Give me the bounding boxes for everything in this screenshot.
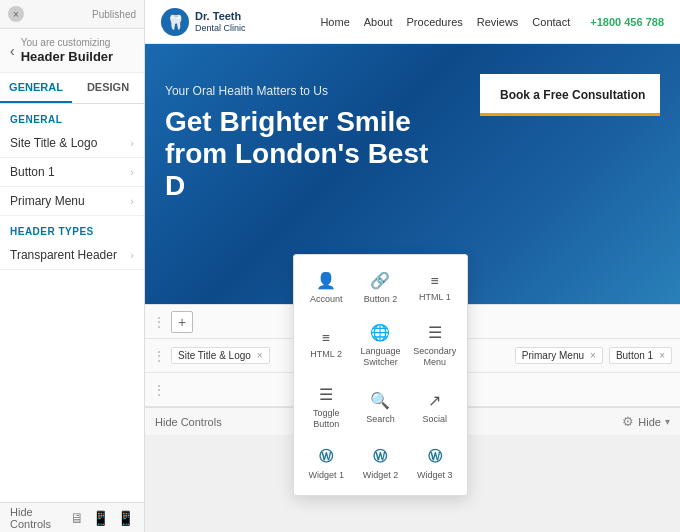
row3-drag-icon: ⋮ xyxy=(153,383,165,397)
tablet-icon[interactable]: 📱 xyxy=(92,510,109,526)
chevron-right-icon: › xyxy=(130,137,134,149)
widget-html2[interactable]: ≡ HTML 2 xyxy=(300,315,352,376)
chevron-right-icon: › xyxy=(130,166,134,178)
widget-html1[interactable]: ≡ HTML 1 xyxy=(409,263,461,313)
language-icon: 🌐 xyxy=(370,323,390,342)
row2-drag-icon: ⋮ xyxy=(153,349,165,363)
chip-primary-menu[interactable]: Primary Menu × xyxy=(515,347,603,364)
panel-item-transparent-header[interactable]: Transparent Header › xyxy=(0,241,144,270)
general-section-label: GENERAL xyxy=(0,104,144,129)
widget3-icon: Ⓦ xyxy=(428,448,442,466)
menu-icon: ☰ xyxy=(428,323,442,342)
builder-title: Header Builder xyxy=(21,49,113,64)
published-label: Published xyxy=(92,9,136,20)
cta-button[interactable]: Book a Free Consultation xyxy=(480,74,660,116)
desktop-icon[interactable]: 🖥 xyxy=(70,510,84,526)
widget-1[interactable]: Ⓦ Widget 1 xyxy=(300,440,352,489)
panel-top-bar: × Published xyxy=(0,0,144,29)
hero-title: Get Brighter Smile from London's Best D xyxy=(165,106,660,203)
site-logo: 🦷 Dr. Teeth Dental Clinic xyxy=(161,8,246,36)
site-navbar: 🦷 Dr. Teeth Dental Clinic Home About Pro… xyxy=(145,0,680,44)
left-panel: × Published ‹ You are customizing Header… xyxy=(0,0,145,532)
widget-language[interactable]: 🌐 Language Switcher xyxy=(354,315,406,376)
widget-2[interactable]: Ⓦ Widget 2 xyxy=(354,440,406,489)
nav-about[interactable]: About xyxy=(364,16,393,28)
chevron-right-icon: › xyxy=(130,195,134,207)
logo-icon: 🦷 xyxy=(161,8,189,36)
chip-button1[interactable]: Button 1 × xyxy=(609,347,672,364)
html2-icon: ≡ xyxy=(322,330,330,345)
right-panel: 🦷 Dr. Teeth Dental Clinic Home About Pro… xyxy=(145,0,680,532)
add-row-button[interactable]: + xyxy=(171,311,193,333)
header-types-label: HEADER TYPES xyxy=(0,216,144,241)
hide-btn[interactable]: Hide xyxy=(638,416,661,428)
tab-design[interactable]: DESIGN xyxy=(72,73,144,103)
logo-line1: Dr. Teeth xyxy=(195,10,246,23)
widget-social[interactable]: ↗ Social xyxy=(409,377,461,438)
nav-links: Home About Procedures Reviews Contact +1… xyxy=(266,16,664,28)
widget-3[interactable]: Ⓦ Widget 3 xyxy=(409,440,461,489)
panel-item-primary-menu[interactable]: Primary Menu › xyxy=(0,187,144,216)
widget1-icon: Ⓦ xyxy=(319,448,333,466)
search-icon: 🔍 xyxy=(370,391,390,410)
tab-general[interactable]: GENERAL xyxy=(0,73,72,103)
widget-account[interactable]: 👤 Account xyxy=(300,263,352,313)
chevron-right-icon: › xyxy=(130,249,134,261)
chevron-down-icon[interactable]: ▾ xyxy=(665,416,670,427)
widget-picker: 👤 Account 🔗 Button 2 ≡ HTML 1 ≡ HTML 2 xyxy=(293,254,468,496)
nav-home[interactable]: Home xyxy=(320,16,349,28)
widget2-icon: Ⓦ xyxy=(373,448,387,466)
widget-secondary-menu[interactable]: ☰ Secondary Menu xyxy=(409,315,461,376)
chip-site-title[interactable]: Site Title & Logo × xyxy=(171,347,270,364)
phone-number[interactable]: +1800 456 788 xyxy=(590,16,664,28)
nav-reviews[interactable]: Reviews xyxy=(477,16,519,28)
chip-close-primary-menu[interactable]: × xyxy=(590,350,596,361)
panel-tabs: GENERAL DESIGN xyxy=(0,73,144,104)
panel-item-button1[interactable]: Button 1 › xyxy=(0,158,144,187)
widget-button2[interactable]: 🔗 Button 2 xyxy=(354,263,406,313)
widget-search[interactable]: 🔍 Search xyxy=(354,377,406,438)
account-icon: 👤 xyxy=(316,271,336,290)
bottom-bar: Hide Controls 🖥 📱 📱 xyxy=(0,502,144,532)
cta-area: Book a Free Consultation xyxy=(480,74,660,116)
row-drag-icon: ⋮ xyxy=(153,315,165,329)
nav-contact[interactable]: Contact xyxy=(532,16,570,28)
gear-icon[interactable]: ⚙ xyxy=(622,414,634,429)
back-section: ‹ You are customizing Header Builder xyxy=(0,29,144,73)
widget-grid: 👤 Account 🔗 Button 2 ≡ HTML 1 ≡ HTML 2 xyxy=(300,263,461,489)
close-button[interactable]: × xyxy=(8,6,24,22)
customizing-label: You are customizing xyxy=(21,37,113,49)
back-arrow-icon[interactable]: ‹ xyxy=(10,43,15,59)
panel-item-site-title[interactable]: Site Title & Logo › xyxy=(0,129,144,158)
hide-controls-button[interactable]: Hide Controls xyxy=(10,506,70,530)
hide-controls-btn[interactable]: Hide Controls xyxy=(155,416,222,428)
link-icon: 🔗 xyxy=(370,271,390,290)
logo-line2: Dental Clinic xyxy=(195,23,246,34)
html-icon: ≡ xyxy=(431,273,439,288)
nav-procedures[interactable]: Procedures xyxy=(407,16,463,28)
share-icon: ↗ xyxy=(428,391,441,410)
widget-toggle[interactable]: ☰ Toggle Button xyxy=(300,377,352,438)
mobile-icon[interactable]: 📱 xyxy=(117,510,134,526)
hero-section: Your Oral Health Matters to Us Get Brigh… xyxy=(145,44,680,304)
chip-close-site-title[interactable]: × xyxy=(257,350,263,361)
chip-close-button1[interactable]: × xyxy=(659,350,665,361)
toggle-icon: ☰ xyxy=(319,385,333,404)
